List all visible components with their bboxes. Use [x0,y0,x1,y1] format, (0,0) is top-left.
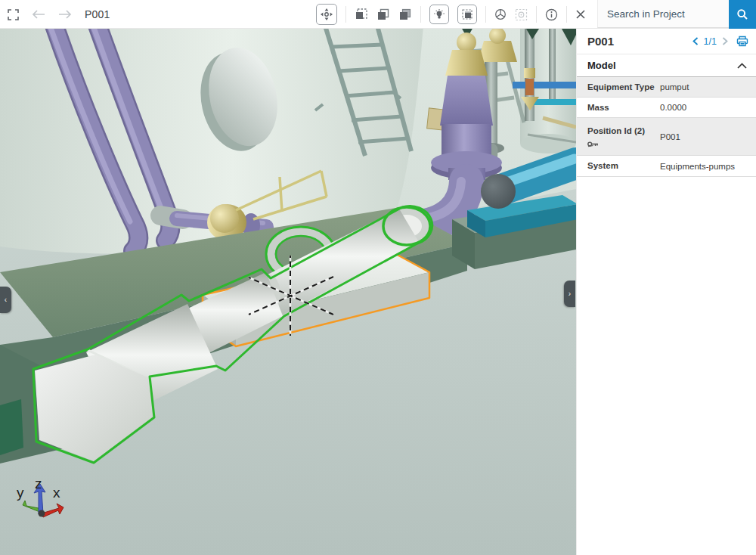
axis-z-label: z [35,476,42,491]
property-value: P001 [660,132,750,141]
search-bar [597,0,756,29]
forward-arrow-icon[interactable] [58,10,72,19]
section-model-header[interactable]: Model [577,54,756,77]
lightbulb-icon[interactable] [429,5,449,24]
collapse-right-tab[interactable]: › [564,281,575,307]
collapse-left-tab[interactable]: ‹ [0,287,11,313]
property-row[interactable]: Mass 0.0000 [577,98,756,118]
properties-panel: P001 1/1 Mo [576,29,756,555]
panel-header: P001 1/1 [577,29,756,54]
property-value: pumput [660,82,750,91]
target-select-icon[interactable] [515,8,528,21]
toolbar-divider [566,6,567,23]
search-icon [736,8,748,20]
property-label: Equipment Type [587,82,660,92]
copy-icon[interactable] [376,8,390,21]
toolbar-divider [345,6,346,23]
property-row[interactable]: Position Id (2) P001 [577,118,756,156]
3d-scene: y z x [0,29,576,555]
chevron-right-icon[interactable] [722,37,728,45]
toolbar-divider [536,6,537,23]
chevron-up-icon[interactable] [737,63,747,69]
move-tool-icon[interactable] [316,4,337,25]
fullscreen-icon[interactable] [8,9,19,20]
section-model-label: Model [587,60,737,71]
select-region-icon[interactable] [355,8,368,21]
property-label: System [587,160,660,171]
axis-x-label: x [53,485,60,501]
3d-viewport[interactable]: y z x ‹ › [0,29,576,555]
axis-y-label: y [17,485,24,501]
top-toolbar: P001 [0,0,756,29]
property-row[interactable]: System Equipments-pumps [577,156,756,177]
chevron-left-icon: ‹ [5,296,7,304]
toolbar-divider [420,6,421,23]
toolbar-divider [485,6,486,23]
panel-title: P001 [587,35,692,48]
printer-icon[interactable] [736,36,748,47]
search-button[interactable] [729,0,756,29]
search-input[interactable] [597,0,729,28]
back-arrow-icon[interactable] [32,10,45,19]
page-count: 1/1 [704,36,717,47]
application-window: { "toolbar": { "title": "P001", "icons":… [0,0,756,555]
property-label: Position Id (2) [587,126,660,147]
duplicate-icon[interactable] [398,8,412,21]
property-row[interactable]: Equipment Type pumput [577,77,756,98]
key-icon [587,141,660,147]
property-value: 0.0000 [660,103,750,112]
property-label: Mass [587,102,660,113]
chevron-left-icon[interactable] [692,37,699,45]
wire-sphere-icon[interactable] [494,8,507,20]
chevron-right-icon: › [569,290,571,298]
properties-panel-icon[interactable] [457,5,477,24]
close-icon[interactable] [575,9,586,20]
toolbar-title: P001 [85,8,110,20]
property-value: Equipments-pumps [660,162,750,171]
info-icon[interactable] [545,8,558,21]
